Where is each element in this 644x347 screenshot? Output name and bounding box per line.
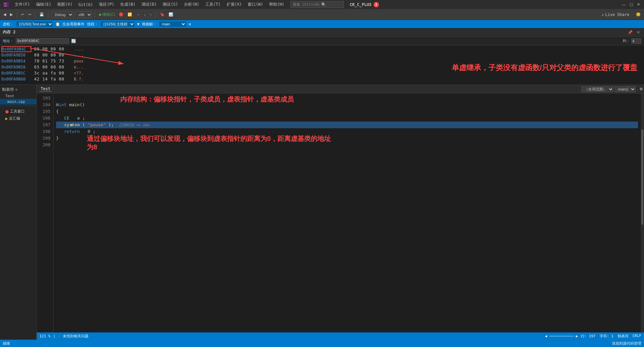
menu-project[interactable]: 项目(P) xyxy=(96,1,117,8)
scope-select[interactable]: （全局范围） xyxy=(582,86,614,92)
editor-vscrollbar[interactable] xyxy=(641,94,644,332)
forward-btn[interactable]: ▶ xyxy=(9,12,14,17)
separator1 xyxy=(17,12,17,18)
stack-select[interactable]: main xyxy=(159,21,186,27)
memory2-col-input[interactable] xyxy=(631,38,641,44)
line-numbers: 193 194 195 196 197 198 199 200 xyxy=(37,94,53,332)
lifecycle-btn[interactable]: 📋 生命周期事件 xyxy=(55,22,84,27)
mem2-ascii-2: paus xyxy=(71,59,83,63)
arch-dropdown[interactable]: x86 xyxy=(75,11,92,18)
stop-btn[interactable]: 🔴 xyxy=(118,12,125,17)
memory2-addr-input[interactable] xyxy=(16,38,69,44)
menu-help[interactable]: 帮助(H) xyxy=(266,1,287,8)
tab-group-1: Test xyxy=(37,85,55,93)
breakpoint-icon: ● xyxy=(5,108,9,115)
menu-analyze[interactable]: 分析(N) xyxy=(181,1,202,8)
search-box[interactable]: 搜索 (Ctrl+Q) 🔍 xyxy=(290,1,344,8)
feedback-btn[interactable]: 😊 xyxy=(635,12,642,17)
func-select[interactable]: main() xyxy=(615,86,636,92)
menu-build[interactable]: 生成(B) xyxy=(118,1,138,8)
restart-btn[interactable]: 🔁 xyxy=(126,12,134,17)
code-line-198: return 0 ; xyxy=(56,128,638,135)
sidebar-gear-icon[interactable]: ⚙ xyxy=(15,88,18,92)
code-line-200 xyxy=(56,142,638,148)
editor-vscrollbar-thumb[interactable] xyxy=(641,129,643,225)
vs-logo xyxy=(3,1,9,8)
memory2-row-0: 0x00FA9B4C 00 00 00 00 .... xyxy=(1,46,643,52)
code-line-199: } xyxy=(56,135,638,142)
toolbar-right: ↗ Live Share 😊 xyxy=(599,12,642,18)
source-control-label[interactable]: 添加到源代码管理 xyxy=(612,341,641,346)
memory2-row-5: 0x00FA9B60 42 14 fa 00 B.?. xyxy=(1,76,643,82)
filter-icon: ▼ xyxy=(137,22,140,26)
code-area: 193 194 195 196 197 198 199 200 ⊟ int ma xyxy=(37,94,644,332)
perf-btn[interactable]: 📊 xyxy=(167,12,175,17)
thread-select[interactable]: [15256] 主线程 xyxy=(101,21,135,27)
mem2-ascii-0: .... xyxy=(71,47,83,51)
memory2-panel: 内存 2 📌 ✕ 地址： 🔄 列： 0x00FA9B4C 00 00 00 00… xyxy=(0,28,644,85)
menu-extensions[interactable]: 扩展(X) xyxy=(224,1,245,8)
menu-test[interactable]: 测试(S) xyxy=(160,1,181,8)
code-line-196: CE e ; xyxy=(56,115,638,122)
maximize-btn[interactable]: ▢ xyxy=(628,2,634,7)
save-all-btn[interactable]: 💾 xyxy=(38,12,45,17)
sidebar-tools-window[interactable]: ● 工具窗口 xyxy=(0,108,36,115)
stack-icon: ⚙ xyxy=(189,22,191,26)
step-over-btn[interactable]: → xyxy=(135,12,141,17)
tools-window-label: 工具窗口 xyxy=(10,109,25,114)
mem2-ascii-1: .... xyxy=(71,53,83,57)
config-dropdown[interactable]: Debug xyxy=(51,11,73,18)
step-out-btn[interactable]: ↑ xyxy=(149,12,153,17)
sidebar-item-test[interactable]: Test xyxy=(0,93,36,99)
status-text: 未找到相关问题 xyxy=(63,334,88,339)
redo-btn[interactable]: ↪ xyxy=(27,12,32,17)
menu-view[interactable]: 视图(V) xyxy=(54,1,75,8)
main-area: 内存 2 📌 ✕ 地址： 🔄 列： 0x00FA9B4C 00 00 00 00… xyxy=(0,28,644,340)
menu-window[interactable]: 窗口(W) xyxy=(245,1,266,8)
notification-badge: 1 xyxy=(374,2,379,7)
close-btn[interactable]: ✕ xyxy=(636,2,641,7)
memory2-refresh-icon[interactable]: 🔄 xyxy=(71,39,76,43)
sidebar-file-label: main.cpp xyxy=(7,100,25,104)
editor-tab-test[interactable]: Test xyxy=(39,86,52,92)
separator4 xyxy=(95,12,95,18)
mem2-bytes-3: 65 00 00 00 xyxy=(31,65,71,69)
memory2-close-btn[interactable]: ✕ xyxy=(635,29,641,35)
back-btn[interactable]: ◀ xyxy=(2,12,7,17)
editor-split-btn[interactable]: ⊞ xyxy=(638,86,644,92)
sidebar-section-tablecharacter[interactable]: 制表符 ⚙ xyxy=(0,86,36,93)
memory2-titlebar: 内存 2 📌 ✕ xyxy=(0,28,644,37)
menu-tools[interactable]: 工具(T) xyxy=(203,1,223,8)
toolbar: ◀ ▶ ↩ ↪ 💾 Debug x86 ▶ 继续(C) 🔴 🔁 → ↓ ↑ 🔖 … xyxy=(0,9,644,20)
menu-file[interactable]: 文件(F) xyxy=(12,1,33,8)
menu-edit[interactable]: 编辑(E) xyxy=(33,1,54,8)
status-separator-1: | xyxy=(53,334,55,338)
sidebar-disasm[interactable]: ▶ 反汇编 xyxy=(0,115,36,122)
live-share-button[interactable]: ↗ Live Share xyxy=(599,12,632,18)
sidebar-file-maincpp[interactable]: main.cpp xyxy=(0,99,36,105)
mem2-ascii-5: B.?. xyxy=(71,77,83,81)
mem2-addr-4: 0x00FA9B5C xyxy=(1,71,31,75)
menu-git[interactable]: Git(G) xyxy=(76,2,95,8)
mem2-ascii-3: e... xyxy=(71,65,83,69)
process-select[interactable]: [15260] Test.exe xyxy=(16,21,53,27)
mem2-ascii-4: <??. xyxy=(71,71,83,75)
row-info: 行: 197 xyxy=(581,334,596,339)
continue-btn[interactable]: ▶ 继续(C) xyxy=(98,11,116,18)
mem2-addr-5: 0x00FA9B60 xyxy=(1,77,31,81)
bottom-status-bar: 就绪 添加到源代码管理 xyxy=(0,340,644,347)
code-lines[interactable]: ⊟ int main () { CE e ; xyxy=(53,94,641,332)
bookmark-btn[interactable]: 🔖 xyxy=(159,12,166,17)
code-line-195: { xyxy=(56,108,638,115)
disasm-label: 反汇编 xyxy=(9,116,20,121)
separator5 xyxy=(156,12,156,18)
minimize-btn[interactable]: — xyxy=(621,2,627,7)
menu-debug[interactable]: 调试(D) xyxy=(139,1,160,8)
undo-btn[interactable]: ↩ xyxy=(20,12,25,17)
step-into-btn[interactable]: ↓ xyxy=(143,12,147,17)
project-name: CR_C_PLUS xyxy=(350,2,372,7)
line-ending-info: CRLF xyxy=(633,334,642,339)
memory2-pin-btn[interactable]: 📌 xyxy=(626,29,634,35)
hscrollbar[interactable]: ◀ ─────────── ▶ xyxy=(545,334,578,338)
mem2-addr-2: 0x00FA9B54 xyxy=(1,59,31,63)
